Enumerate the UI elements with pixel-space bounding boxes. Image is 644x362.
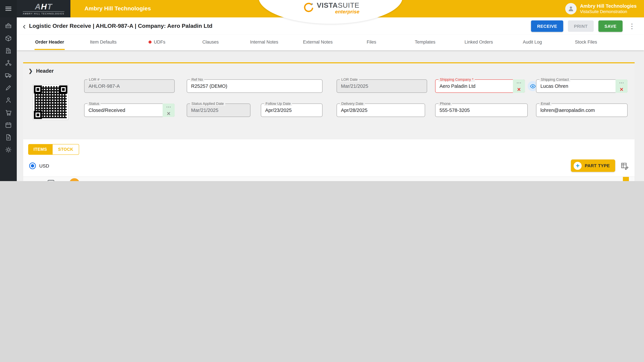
aht-logo: AHT AMBRY HILL TECHNOLOGIES xyxy=(17,0,70,17)
suite-text: SUITE xyxy=(338,1,360,9)
user-name: Ambry Hill Technologies xyxy=(580,3,636,9)
tab-files[interactable]: Files xyxy=(345,35,398,50)
lor-date-field: LOR Date Mar/21/2025 xyxy=(336,79,427,93)
items-toggle[interactable]: ITEMS xyxy=(28,144,52,155)
cart-icon[interactable] xyxy=(5,109,12,116)
items-table-header: # SIGNALS PN DESCRIPTION TRAN TYPE TYPE … xyxy=(23,177,634,181)
tab-audit-log[interactable]: Audit Log xyxy=(506,35,559,50)
usd-radio[interactable] xyxy=(29,162,36,169)
enterprise-text: enterprise xyxy=(335,9,360,14)
shipping-contact-clear-icon[interactable]: × xyxy=(616,86,628,93)
save-button[interactable]: SAVE xyxy=(598,20,622,32)
vistasuite-logo: VISTASUITE enterprise xyxy=(302,2,360,14)
collapse-header-chevron-icon[interactable]: ❯ xyxy=(28,68,33,74)
person-icon xyxy=(568,5,574,12)
qr-code xyxy=(33,85,68,120)
udfs-alert-dot xyxy=(148,40,152,43)
status-field[interactable]: Status Closed/Received ⋯× xyxy=(84,103,175,117)
ref-no-field[interactable]: Ref No R25257 (DEMO) xyxy=(187,79,322,93)
hamburger-icon xyxy=(5,6,12,12)
back-button[interactable]: ‹ xyxy=(23,23,26,29)
vistasuite-swirl-icon xyxy=(302,2,314,14)
plus-icon: + xyxy=(574,162,582,170)
status-menu-icon[interactable]: ⋯ xyxy=(162,103,175,110)
org-chart-icon[interactable] xyxy=(5,59,12,67)
order-tabs: Order Header Item Defaults UDFs Clauses … xyxy=(17,35,644,50)
aht-logo-letters: AHT xyxy=(35,3,52,11)
topbar-band: AHT AMBRY HILL TECHNOLOGIES Ambry Hill T… xyxy=(17,0,644,17)
header-section-title: Header xyxy=(36,68,54,74)
tab-order-header[interactable]: Order Header xyxy=(23,35,76,50)
edit-columns-icon[interactable] xyxy=(620,162,628,170)
user-subtitle: VistaSuite Demonstration xyxy=(580,9,636,14)
follow-up-date-field[interactable]: Follow Up Date Apr/23/2025 xyxy=(261,103,322,117)
brand-name: Ambry Hill Technologies xyxy=(84,5,151,12)
user-menu[interactable]: Ambry Hill Technologies VistaSuite Demon… xyxy=(565,3,644,14)
tab-clauses[interactable]: Clauses xyxy=(184,35,237,50)
tab-item-defaults[interactable]: Item Defaults xyxy=(76,35,130,50)
calendar-icon[interactable] xyxy=(5,121,12,129)
document-icon[interactable] xyxy=(5,134,12,141)
truck-icon[interactable] xyxy=(5,72,12,79)
building-icon[interactable] xyxy=(5,47,12,54)
currency-label: USD xyxy=(39,163,49,168)
tab-udfs[interactable]: UDFs xyxy=(130,35,184,50)
page-title: Logistic Order Receive | AHLOR-987-A | C… xyxy=(29,23,212,29)
tab-stock-files[interactable]: Stock Files xyxy=(559,35,613,50)
package-icon[interactable] xyxy=(5,34,12,42)
print-button[interactable]: PRINT xyxy=(568,20,594,32)
shipping-contact-menu-icon[interactable]: ⋯ xyxy=(616,79,628,86)
select-all-checkbox[interactable] xyxy=(48,180,54,181)
delivery-date-field[interactable]: Delivery Date Apr/28/2025 xyxy=(336,103,425,117)
header-section: ❯Header LOR # AHLOR-987-A Ref No R25257 … xyxy=(23,62,634,139)
vistasuite-wordmark: VISTASUITE enterprise xyxy=(317,2,360,14)
tab-templates[interactable]: Templates xyxy=(398,35,452,50)
phone-field[interactable]: Phone 555-578-3205 xyxy=(435,103,528,117)
tab-internal-notes[interactable]: Internal Notes xyxy=(237,35,291,50)
email-field[interactable]: Email lohren@aeropaladin.com xyxy=(536,103,628,117)
pinned-column-header: P xyxy=(623,177,629,181)
receive-button[interactable]: RECEIVE xyxy=(531,20,563,32)
vista-text: VISTA xyxy=(317,1,338,9)
left-sidebar xyxy=(0,17,17,181)
shipping-company-clear-icon[interactable]: × xyxy=(513,86,525,93)
tab-external-notes[interactable]: External Notes xyxy=(291,35,345,50)
main-content: ‹ Logistic Order Receive | AHLOR-987-A |… xyxy=(17,17,644,181)
lor-number-field: LOR # AHLOR-987-A xyxy=(84,79,175,93)
app-window: AHT AMBRY HILL TECHNOLOGIES Ambry Hill T… xyxy=(0,0,644,181)
gear-icon[interactable] xyxy=(5,146,12,153)
status-clear-icon[interactable]: × xyxy=(162,110,175,117)
shipping-contact-field[interactable]: Shipping Contact Lucas Ohren ⋯× xyxy=(536,79,628,93)
avatar xyxy=(565,3,576,14)
topbar: AHT AMBRY HILL TECHNOLOGIES Ambry Hill T… xyxy=(0,0,644,17)
part-type-button[interactable]: + PART TYPE xyxy=(571,159,615,172)
stock-toggle[interactable]: STOCK xyxy=(52,144,79,155)
menu-button[interactable] xyxy=(0,0,17,17)
edit-all-pencil-icon[interactable] xyxy=(70,178,80,181)
shipping-company-menu-icon[interactable]: ⋯ xyxy=(513,79,525,86)
items-panel: ITEMS STOCK USD + PART TYPE xyxy=(23,139,634,181)
toolbox-icon[interactable] xyxy=(5,22,12,29)
pencil-icon[interactable] xyxy=(5,84,12,91)
aht-logo-subtext: AMBRY HILL TECHNOLOGIES xyxy=(23,11,64,15)
shipping-company-field[interactable]: Shipping Company * Aero Paladin Ltd ⋯× xyxy=(435,79,525,93)
status-applied-date-field: Status Applied Date Mar/21/2025 xyxy=(187,103,250,117)
items-table: # SIGNALS PN DESCRIPTION TRAN TYPE TYPE … xyxy=(23,177,634,181)
more-options-icon[interactable]: ⋮ xyxy=(627,22,636,30)
person-icon-sidebar[interactable] xyxy=(5,96,12,104)
tab-linked-orders[interactable]: Linked Orders xyxy=(452,35,506,50)
